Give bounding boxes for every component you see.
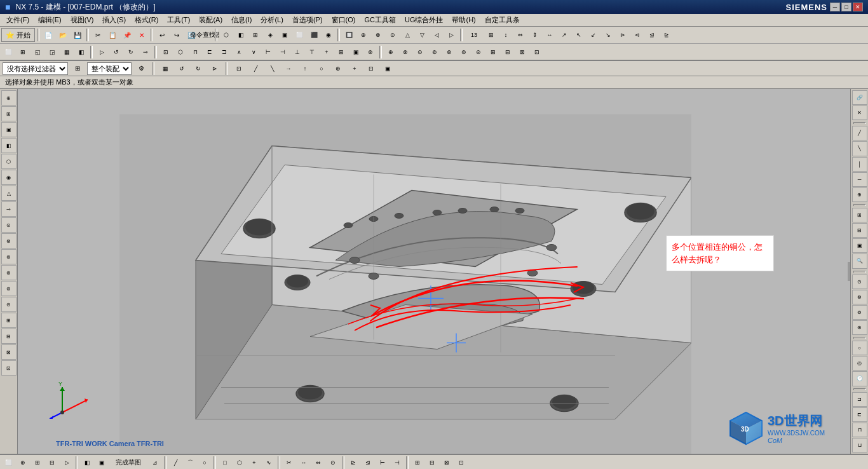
menu-help[interactable]: 帮助(H) (448, 15, 479, 25)
tb2-btn-25[interactable]: ⊛ (363, 45, 377, 59)
rp-btn-1[interactable]: 🔗 (852, 90, 867, 105)
tb2-btn-7[interactable]: ▷ (95, 45, 109, 59)
filter-settings-btn[interactable]: ⚙ (134, 62, 148, 76)
undo-button[interactable]: ↩ (155, 28, 169, 42)
tb-btn-16[interactable]: ⊙ (386, 28, 400, 42)
tb2-btn-34[interactable]: ⊟ (501, 45, 515, 59)
new-button[interactable]: 📄 (41, 28, 55, 42)
bt-btn-3[interactable]: ⊞ (31, 456, 44, 469)
tb2-btn-12[interactable]: ⬡ (173, 45, 187, 59)
tb-btn-14[interactable]: ⊕ (356, 28, 370, 42)
bt-misc-4[interactable]: ⊡ (454, 456, 468, 469)
menu-custom[interactable]: 自定工具条 (481, 15, 524, 25)
filter-icon-btn[interactable]: ⊞ (71, 62, 85, 76)
bt-sketch-2[interactable]: ▣ (95, 456, 109, 469)
tb-btn-32[interactable]: ⊴ (645, 28, 659, 42)
filter-tb-5[interactable]: ⊡ (232, 62, 246, 76)
bt-rect-1[interactable]: □ (218, 456, 232, 469)
lp-btn-5[interactable]: ⬡ (1, 154, 17, 169)
tb-btn-31[interactable]: ⊲ (630, 28, 644, 42)
rp-btn-14[interactable]: ⊛ (852, 320, 867, 335)
tb-btn-7[interactable]: ⊞ (248, 28, 262, 42)
rp-btn-9[interactable]: ▣ (852, 238, 867, 253)
rp-btn-6[interactable]: ⊕ (852, 187, 867, 202)
tb2-btn-36[interactable]: ⊡ (530, 45, 544, 59)
menu-ug[interactable]: UG综合外挂 (401, 15, 447, 25)
lp-btn-11[interactable]: ⊚ (1, 249, 17, 264)
rp-btn-20[interactable]: ⊔ (852, 438, 867, 452)
bt-plus-1[interactable]: + (247, 456, 261, 469)
rp-btn-close[interactable]: ✕ (852, 105, 867, 120)
tb-btn-24[interactable]: ⇕ (528, 28, 542, 42)
filter-tb-14[interactable]: ▣ (381, 62, 395, 76)
open-button[interactable]: 📂 (56, 28, 70, 42)
filter-tb-4[interactable]: ⊳ (208, 62, 222, 76)
tb2-btn-24[interactable]: ▣ (349, 45, 363, 59)
rp-btn-5[interactable]: ─ (852, 172, 867, 187)
rp-btn-2[interactable]: ╱ (852, 126, 867, 140)
filter-tb-1[interactable]: ▦ (158, 62, 172, 76)
minimize-button[interactable]: ─ (830, 3, 840, 11)
bt-extend-1[interactable]: ↔ (297, 456, 311, 469)
tb2-btn-21[interactable]: ⊤ (305, 45, 319, 59)
filter-tb-9[interactable]: ↑ (298, 62, 312, 76)
tb2-btn-27[interactable]: ⊗ (398, 45, 412, 59)
lp-btn-17[interactable]: ⊠ (1, 344, 17, 360)
tb-btn-8[interactable]: ◈ (263, 28, 277, 42)
tb2-btn-20[interactable]: ⊥ (290, 45, 304, 59)
menu-analysis[interactable]: 分析(L) (257, 15, 287, 25)
tb2-btn-4[interactable]: ◲ (45, 45, 59, 59)
rp-btn-7[interactable]: ⊞ (852, 208, 867, 222)
tb-btn-6[interactable]: ◧ (234, 28, 248, 42)
menu-edit[interactable]: 编辑(E) (34, 15, 65, 25)
rp-btn-clock[interactable]: 🕐 (852, 371, 867, 386)
rp-btn-11[interactable]: ⊙ (852, 275, 867, 289)
tb-btn-30[interactable]: ⊳ (616, 28, 630, 42)
tb2-btn-22[interactable]: + (320, 45, 334, 59)
lp-btn-9[interactable]: ⊙ (1, 217, 17, 233)
tb2-btn-23[interactable]: ⊞ (334, 45, 348, 59)
tb2-btn-29[interactable]: ⊚ (428, 45, 442, 59)
tb-btn-25[interactable]: ↔ (543, 28, 557, 42)
bt-btn-4[interactable]: ⊟ (45, 456, 59, 469)
rp-btn-4[interactable]: │ (852, 157, 867, 172)
filter-tb-10[interactable]: ○ (315, 62, 329, 76)
menu-file[interactable]: 文件(F) (3, 15, 33, 25)
bt-misc-1[interactable]: ⊞ (410, 456, 424, 469)
tb2-btn-16[interactable]: ∧ (232, 45, 246, 59)
tb-btn-23[interactable]: ⇔ (513, 28, 527, 42)
bt-dim-2[interactable]: ⊴ (361, 456, 375, 469)
filter-tb-11[interactable]: ⊕ (331, 62, 345, 76)
tb-btn-22[interactable]: ↕ (499, 28, 513, 42)
filter-tb-8[interactable]: → (281, 62, 295, 76)
tb2-btn-28[interactable]: ⊙ (413, 45, 427, 59)
tb-btn-10[interactable]: ⬜ (292, 28, 306, 42)
paste-button[interactable]: 📌 (120, 28, 134, 42)
tb-btn-12[interactable]: ◉ (322, 28, 336, 42)
filter-tb-2[interactable]: ↺ (175, 62, 189, 76)
lp-btn-16[interactable]: ⊟ (1, 329, 17, 344)
tb2-btn-11[interactable]: ⊡ (159, 45, 173, 59)
lp-btn-1[interactable]: ⊕ (1, 90, 17, 105)
copy-button[interactable]: 📋 (105, 28, 119, 42)
rp-btn-12[interactable]: ⊗ (852, 290, 867, 304)
tb-btn-13[interactable]: 🔲 (342, 28, 356, 42)
bt-constraint-2[interactable]: ⊣ (390, 456, 404, 469)
lp-btn-7[interactable]: △ (1, 186, 17, 201)
bt-sketch-3[interactable]: ⊿ (148, 456, 162, 469)
bt-misc-2[interactable]: ⊟ (425, 456, 439, 469)
bt-btn-1[interactable]: ⬜ (1, 456, 15, 469)
bt-poly-1[interactable]: ⬡ (233, 456, 247, 469)
tb2-btn-18[interactable]: ⊢ (261, 45, 275, 59)
tb-btn-21[interactable]: ⊞ (484, 28, 498, 42)
tb2-btn-26[interactable]: ⊕ (384, 45, 398, 59)
tb-btn-18[interactable]: ▽ (415, 28, 429, 42)
rp-btn-10[interactable]: 🔍 (852, 254, 867, 268)
close-button[interactable]: ✕ (853, 3, 863, 11)
tb2-btn-17[interactable]: ∨ (247, 45, 261, 59)
save-button[interactable]: 💾 (71, 28, 85, 42)
menu-insert[interactable]: 插入(S) (98, 15, 130, 25)
menu-window[interactable]: 窗口(O) (328, 15, 360, 25)
selection-filter-dropdown[interactable]: 没有选择过滤器 (3, 62, 68, 75)
lp-btn-15[interactable]: ⊞ (1, 313, 17, 328)
